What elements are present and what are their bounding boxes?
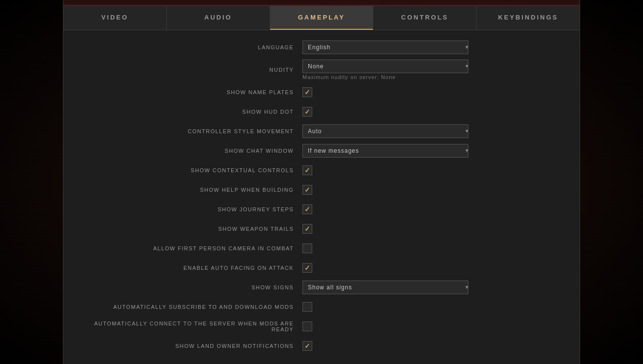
nudity-select[interactable]: None Partial Full: [302, 60, 468, 73]
nudity-control: None Partial Full ▼ Maximum nudity on se…: [302, 60, 473, 80]
show-hud-dot-label: SHOW HUD DOT: [83, 109, 302, 115]
show-journey-steps-control: [302, 204, 473, 214]
modal-header: SETTINGS ✕: [63, 0, 580, 6]
auto-facing-label: ENABLE AUTO FACING ON ATTACK: [83, 265, 302, 271]
nudity-row: NUDITY None Partial Full ▼ Maximum nudit…: [83, 60, 560, 80]
tab-audio[interactable]: AUDIO: [167, 6, 270, 30]
tabs-container: VIDEO AUDIO GAMEPLAY CONTROLS KEYBINDING…: [63, 6, 580, 30]
auto-subscribe-mods-checkbox[interactable]: [302, 302, 312, 312]
show-land-owner-label: SHOW LAND OWNER NOTIFICATIONS: [83, 343, 302, 349]
show-land-owner-control: [302, 341, 473, 351]
contextual-controls-control: [302, 165, 473, 175]
show-name-plates-checkbox[interactable]: [302, 87, 312, 97]
first-person-camera-row: ALLOW FIRST PERSON CAMERA IN COMBAT: [83, 241, 560, 256]
auto-connect-server-label: AUTOMATICALLY CONNECT TO THE SERVER WHEN…: [83, 321, 302, 332]
contextual-controls-label: SHOW CONTEXTUAL CONTROLS: [83, 167, 302, 173]
show-hud-dot-control: [302, 107, 473, 117]
controller-style-label: CONTROLLER STYLE MOVEMENT: [83, 128, 302, 134]
auto-connect-server-checkbox[interactable]: [302, 322, 312, 331]
show-weapon-trails-label: SHOW WEAPON TRAILS: [83, 226, 302, 232]
show-signs-label: SHOW SIGNS: [83, 284, 302, 290]
auto-facing-row: ENABLE AUTO FACING ON ATTACK: [83, 261, 560, 275]
show-hud-dot-checkbox[interactable]: [302, 107, 312, 117]
show-journey-steps-row: SHOW JOURNEY STEPS: [83, 202, 560, 217]
controller-style-control: Auto On Off ▼: [302, 124, 473, 138]
nudity-subtext: Maximum nudity on server: None: [302, 74, 473, 80]
tab-controls[interactable]: CONTROLS: [373, 6, 477, 30]
show-signs-row: SHOW SIGNS Show all signs Hide all signs…: [83, 280, 560, 295]
first-person-camera-label: ALLOW FIRST PERSON CAMERA IN COMBAT: [83, 245, 302, 251]
show-signs-control: Show all signs Hide all signs Show nearb…: [302, 281, 473, 294]
show-hud-dot-row: SHOW HUD DOT: [83, 104, 560, 119]
show-signs-select[interactable]: Show all signs Hide all signs Show nearb…: [302, 281, 468, 294]
tab-video[interactable]: VIDEO: [63, 6, 167, 30]
controller-style-row: CONTROLLER STYLE MOVEMENT Auto On Off ▼: [83, 124, 560, 139]
controller-style-select[interactable]: Auto On Off: [302, 124, 468, 138]
auto-connect-server-row: AUTOMATICALLY CONNECT TO THE SERVER WHEN…: [83, 319, 560, 334]
show-name-plates-row: SHOW NAME PLATES: [83, 85, 560, 100]
contextual-controls-row: SHOW CONTEXTUAL CONTROLS: [83, 163, 560, 178]
show-weapon-trails-row: SHOW WEAPON TRAILS: [83, 222, 560, 236]
show-name-plates-label: SHOW NAME PLATES: [83, 89, 302, 95]
auto-subscribe-mods-control: [302, 302, 473, 312]
show-journey-steps-checkbox[interactable]: [302, 204, 312, 214]
show-chat-window-control: If new messages Always Never ▼: [302, 144, 473, 158]
auto-facing-checkbox[interactable]: [302, 263, 312, 273]
tab-keybindings[interactable]: KEYBINDINGS: [477, 6, 580, 30]
show-journey-steps-label: SHOW JOURNEY STEPS: [83, 206, 302, 212]
first-person-camera-checkbox[interactable]: [302, 243, 312, 253]
show-help-building-label: SHOW HELP WHEN BUILDING: [83, 187, 302, 193]
language-control: English French German ▼: [302, 40, 473, 54]
show-land-owner-checkbox[interactable]: [302, 341, 312, 351]
show-name-plates-control: [302, 87, 473, 97]
show-chat-window-select[interactable]: If new messages Always Never: [302, 144, 468, 158]
show-weapon-trails-checkbox[interactable]: [302, 224, 312, 234]
auto-connect-server-control: [302, 322, 473, 331]
show-chat-window-label: SHOW CHAT WINDOW: [83, 148, 302, 154]
settings-modal: SETTINGS ✕ VIDEO AUDIO GAMEPLAY CONTROLS…: [63, 0, 580, 364]
settings-content: LANGUAGE English French German ▼ NUDITY: [63, 30, 580, 364]
auto-subscribe-mods-row: AUTOMATICALLY SUBSCRIBE TO AND DOWNLOAD …: [83, 300, 560, 314]
show-weapon-trails-control: [302, 224, 473, 234]
nudity-label: NUDITY: [83, 67, 302, 73]
tab-gameplay[interactable]: GAMEPLAY: [270, 6, 374, 30]
auto-facing-control: [302, 263, 473, 273]
show-help-building-row: SHOW HELP WHEN BUILDING: [83, 182, 560, 197]
first-person-camera-control: [302, 243, 473, 253]
language-row: LANGUAGE English French German ▼: [83, 40, 560, 55]
show-help-building-control: [302, 185, 473, 195]
auto-subscribe-mods-label: AUTOMATICALLY SUBSCRIBE TO AND DOWNLOAD …: [83, 304, 302, 310]
language-label: LANGUAGE: [83, 44, 302, 50]
show-land-owner-row: SHOW LAND OWNER NOTIFICATIONS: [83, 339, 560, 353]
show-chat-window-row: SHOW CHAT WINDOW If new messages Always …: [83, 143, 560, 158]
contextual-controls-checkbox[interactable]: [302, 165, 312, 175]
show-help-building-checkbox[interactable]: [302, 185, 312, 195]
language-select[interactable]: English French German: [302, 40, 468, 54]
